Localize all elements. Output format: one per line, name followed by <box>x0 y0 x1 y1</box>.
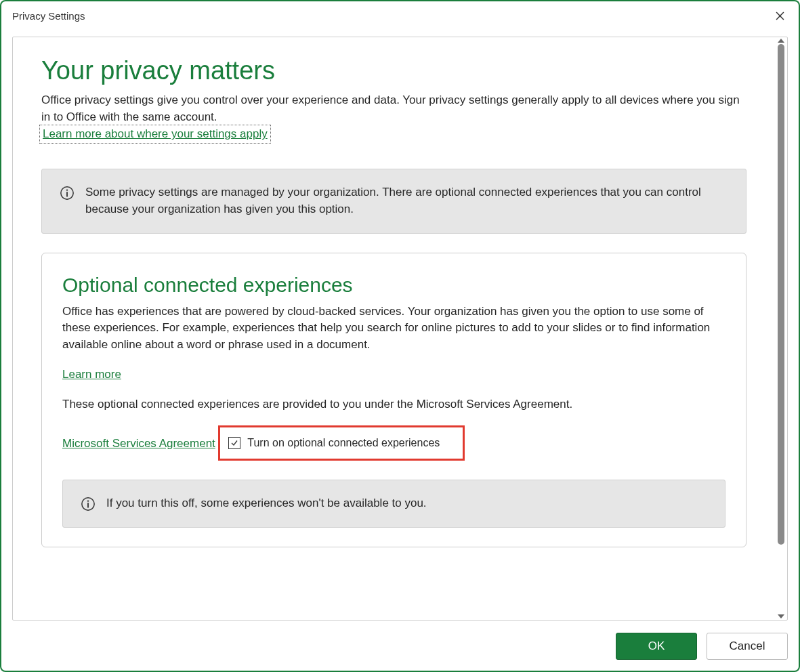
scroll-content: Your privacy matters Office privacy sett… <box>13 37 775 620</box>
window-title: Privacy Settings <box>12 10 85 22</box>
privacy-settings-dialog: Privacy Settings Your privacy matters Of… <box>0 0 800 672</box>
turn-off-notice: If you turn this off, some experiences w… <box>62 480 725 528</box>
close-button[interactable] <box>769 5 791 26</box>
content-area: Your privacy matters Office privacy sett… <box>12 37 788 621</box>
cancel-button[interactable]: Cancel <box>707 633 788 660</box>
org-notice-text: Some privacy settings are managed by you… <box>85 184 728 217</box>
svg-point-4 <box>87 501 89 502</box>
checkbox-highlight: Turn on optional connected experiences <box>218 425 465 461</box>
turn-on-optional-checkbox[interactable] <box>228 437 240 449</box>
info-icon <box>81 497 96 511</box>
section-heading: Optional connected experiences <box>62 274 725 297</box>
page-heading: Your privacy matters <box>41 56 746 85</box>
turn-off-notice-text: If you turn this off, some experiences w… <box>106 495 427 512</box>
svg-rect-5 <box>87 503 89 507</box>
svg-point-1 <box>66 190 68 191</box>
info-icon <box>60 186 75 201</box>
svg-rect-2 <box>66 192 68 196</box>
checkbox-label: Turn on optional connected experiences <box>247 437 440 449</box>
scroll-thumb[interactable] <box>778 44 784 545</box>
scroll-track[interactable] <box>778 44 784 613</box>
intro-text: Office privacy settings give you control… <box>41 92 746 125</box>
learn-more-link[interactable]: Learn more <box>62 368 121 381</box>
scroll-up-arrow-icon[interactable] <box>778 39 784 43</box>
scroll-down-arrow-icon[interactable] <box>778 614 784 618</box>
org-managed-notice: Some privacy settings are managed by you… <box>41 169 746 233</box>
learn-more-settings-link[interactable]: Learn more about where your settings app… <box>41 127 269 142</box>
section-body: Office has experiences that are powered … <box>62 303 725 354</box>
services-agreement-link[interactable]: Microsoft Services Agreement <box>62 437 215 450</box>
ok-button[interactable]: OK <box>616 633 697 660</box>
agreement-intro: These optional connected experiences are… <box>62 396 725 413</box>
optional-experiences-section: Optional connected experiences Office ha… <box>41 253 746 547</box>
dialog-footer: OK Cancel <box>1 621 799 671</box>
vertical-scrollbar[interactable] <box>775 37 787 620</box>
titlebar: Privacy Settings <box>1 1 799 27</box>
